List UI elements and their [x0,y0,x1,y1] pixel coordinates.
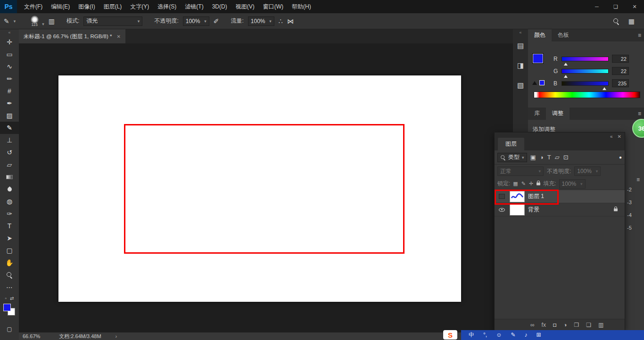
flow-select[interactable]: 100% ▾ [248,17,274,26]
background-thumbnail[interactable] [510,204,525,216]
tab-libraries[interactable]: 库 [528,107,546,120]
background-color-well[interactable] [539,80,545,85]
menu-item-2[interactable]: 图像(I) [74,0,99,13]
lock-transparency-icon[interactable]: ▦ [513,181,518,187]
slider-thumb-icon[interactable] [564,73,568,78]
marquee-tool[interactable]: ▭ [0,48,19,60]
brush-tool[interactable]: ✎ [0,122,19,134]
layer-filter-toggle-icon[interactable]: ● [619,155,622,160]
channel-value-g[interactable]: 22 [612,67,629,75]
link-layers-icon[interactable]: ∞ [530,322,535,328]
lock-all-icon[interactable] [537,182,540,185]
menu-item-4[interactable]: 文字(Y) [126,0,153,13]
ime-toolbox-icon[interactable]: ⊞ [536,332,541,338]
swap-colors-icon[interactable]: ⇄ [10,296,14,301]
zoom-tool[interactable] [0,269,19,281]
color-spectrum-ramp[interactable] [534,91,640,98]
panel-menu-icon[interactable]: ≡ [638,110,641,117]
pen-tool[interactable]: ✑ [0,207,19,220]
menu-item-3[interactable]: 图层(L) [99,0,126,13]
layer-row-layer1[interactable]: 图层 1 [495,190,625,203]
new-group-icon[interactable]: ❒ [574,322,579,328]
menu-item-1[interactable]: 编辑(E) [47,0,74,13]
swap-colors-icon[interactable] [532,81,537,85]
layer-fill-select[interactable]: 100% ▾ [559,179,586,189]
panel-menu-icon[interactable]: ≡ [627,176,643,183]
foreground-color-swatch[interactable] [3,304,11,311]
brush-preset-picker[interactable]: 115 ▾ [28,16,44,27]
delete-layer-icon[interactable]: ▥ [598,322,603,328]
zoom-level-field[interactable]: 66.67% [19,333,40,339]
ime-emoji-icon[interactable]: ☺ [496,332,502,338]
more-tools[interactable]: ⋯ [0,281,19,293]
new-adjustment-layer-icon[interactable]: ◑ [563,322,567,328]
ime-punctuation-icon[interactable]: °, [483,332,487,338]
history-panel-icon[interactable]: ▤ [513,36,528,56]
layer-blend-mode-select[interactable]: 正常 ▾ [497,166,544,176]
blend-mode-select[interactable]: 强光 ▾ [83,17,142,26]
airbrush-icon[interactable]: ∴ [279,17,283,25]
filter-smart-objects-icon[interactable]: ⊡ [563,154,569,161]
close-button[interactable]: ✕ [625,0,644,13]
filter-type-layers-icon[interactable]: T [547,154,551,161]
history-brush-tool[interactable]: ↺ [0,146,19,158]
foreground-color-well[interactable] [533,54,543,63]
menu-item-6[interactable]: 滤镜(T) [181,0,207,13]
quick-select-tool[interactable]: ✏ [0,73,19,85]
panel-close-icon[interactable]: ✕ [618,134,621,139]
ime-voice-icon[interactable]: ♪ [524,332,527,338]
eyedropper-tool[interactable]: ✒ [0,97,19,109]
ime-skin-icon[interactable]: ✎ [511,332,515,338]
filter-shape-layers-icon[interactable]: ▱ [555,154,560,161]
panel-menu-icon[interactable]: ≡ [638,32,641,39]
menu-item-10[interactable]: 帮助(H) [288,0,315,13]
filter-adjustment-layers-icon[interactable]: ◑ [540,154,544,161]
lock-position-icon[interactable]: ✛ [529,181,533,187]
filter-pixel-layers-icon[interactable]: ▣ [530,154,536,161]
type-tool[interactable]: T [0,220,19,232]
visibility-toggle[interactable] [497,208,506,212]
strip-collapse-icon[interactable]: « [519,29,521,36]
layer-opacity-select[interactable]: 100% ▾ [574,166,601,176]
menu-item-0[interactable]: 文件(F) [20,0,47,13]
layer1-thumbnail[interactable] [510,191,525,202]
shape-tool[interactable]: ▢ [0,244,19,257]
visibility-toggle[interactable] [497,194,506,199]
dodge-tool[interactable]: ◍ [0,195,19,207]
opacity-select[interactable]: 100% ▾ [183,17,209,26]
move-tool[interactable]: ✛ [0,36,19,48]
sogou-logo[interactable]: S [443,330,457,340]
comments-panel-icon[interactable]: ▧ [513,75,528,95]
menu-item-7[interactable]: 3D(D) [208,0,231,13]
canvas[interactable] [58,75,461,302]
crop-tool[interactable]: # [0,85,19,97]
eraser-tool[interactable]: ▱ [0,158,19,171]
clone-stamp-tool[interactable]: ⊥ [0,134,19,146]
layer-filter-type-select[interactable]: 类型 ▾ [497,153,527,162]
slider-thumb-icon[interactable] [564,61,568,66]
menu-item-5[interactable]: 选择(S) [153,0,181,13]
status-chevron-icon[interactable]: › [116,333,117,339]
lock-paint-icon[interactable]: ✎ [521,181,526,187]
current-tool-icon[interactable]: ✎ [4,17,9,25]
menu-item-9[interactable]: 窗口(W) [259,0,288,13]
properties-panel-icon[interactable]: ◨ [513,56,528,75]
hand-tool[interactable]: ✋ [0,257,19,269]
tab-swatches[interactable]: 色板 [552,29,575,41]
channel-track-r[interactable] [561,57,609,61]
workspace-switcher-icon[interactable]: ▦ [628,17,635,25]
menu-item-8[interactable]: 视图(V) [231,0,259,13]
default-colors-icon[interactable]: ▫ [5,296,7,301]
new-layer-icon[interactable]: ❏ [586,322,591,328]
channel-track-b[interactable] [561,81,609,86]
layers-tab[interactable]: 图层 [498,138,524,150]
minimize-button[interactable]: ─ [587,0,606,13]
panel-collapse-icon[interactable]: « [610,134,613,139]
path-select-tool[interactable]: ➤ [0,232,19,244]
ime-chinese-mode[interactable]: 中 [469,331,474,339]
toolbar-collapse-icon[interactable]: « [0,29,19,36]
restore-button[interactable]: ❏ [606,0,625,13]
brush-panel-toggle-icon[interactable]: ▥ [49,17,55,25]
channel-value-b[interactable]: 235 [612,79,629,87]
layer-row-background[interactable]: 背景 [495,203,625,216]
